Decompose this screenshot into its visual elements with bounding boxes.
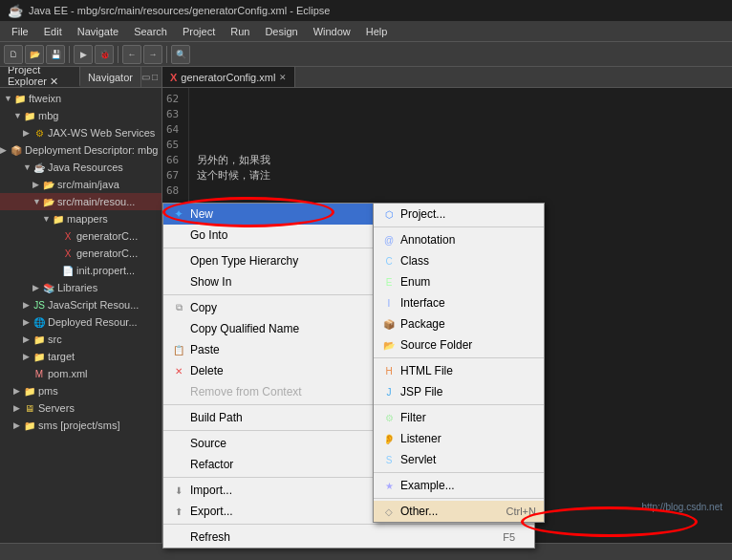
jaxws-icon: ⚙ xyxy=(32,126,46,140)
tree-node-deployment[interactable]: ▶ 📦 Deployment Descriptor: mbg xyxy=(0,141,161,159)
delete-icon: ✕ xyxy=(171,363,186,378)
submenu-item-servlet[interactable]: S Servlet xyxy=(374,449,544,470)
project-icon: ⬡ xyxy=(381,206,397,222)
title-bar: ☕ Java EE - mbg/src/main/resources/gener… xyxy=(0,0,732,21)
menu-window[interactable]: Window xyxy=(306,21,358,41)
menu-design[interactable]: Design xyxy=(257,21,305,41)
tree-node-src[interactable]: ▶ 📁 src xyxy=(0,331,161,348)
submenu-item-example[interactable]: ★ Example... xyxy=(374,475,544,496)
tree-node-generator2[interactable]: X generatorC... xyxy=(0,245,161,262)
deployres-icon: 🌐 xyxy=(32,315,46,329)
menu-help[interactable]: Help xyxy=(358,21,396,41)
deploy-icon: 📦 xyxy=(10,143,23,157)
submenu-item-filter[interactable]: ⚙ Filter xyxy=(374,407,544,428)
panel-tab-bar: Project Explorer ✕ Navigator ▭ □ xyxy=(0,67,161,88)
code-line-63 xyxy=(197,107,724,122)
tree-node-mbg[interactable]: ▼ 📁 mbg xyxy=(0,107,161,124)
tree-node-jsresource[interactable]: ▶ JS JavaScript Resou... xyxy=(0,296,161,313)
tb-debug[interactable]: 🐞 xyxy=(95,45,114,64)
tree-node-servers[interactable]: ▶ 🖥 Servers xyxy=(0,399,161,417)
sm-sep2 xyxy=(374,357,544,358)
paste-icon: 📋 xyxy=(171,342,186,357)
watermark: http://blog.csdn.net xyxy=(641,502,722,512)
tb-fwd[interactable]: → xyxy=(143,45,162,64)
cm-item-refresh[interactable]: Refresh F5 xyxy=(163,527,534,548)
tree-node-target[interactable]: ▶ 📁 target xyxy=(0,348,161,365)
package-icon: 📦 xyxy=(381,316,397,332)
target-icon: 📁 xyxy=(32,350,46,363)
menu-file[interactable]: File xyxy=(4,21,36,41)
copy-icon: ⧉ xyxy=(171,300,186,315)
tab-generator-config[interactable]: X generatorConfig.xml ✕ xyxy=(162,67,295,87)
tree-node-pom[interactable]: M pom.xml xyxy=(0,365,161,382)
tb-back[interactable]: ← xyxy=(122,45,141,64)
enum-icon: E xyxy=(381,274,397,290)
tab-project-explorer[interactable]: Project Explorer ✕ xyxy=(0,67,80,87)
sm-sep4 xyxy=(374,472,544,473)
tree-node-mappers[interactable]: ▼ 📁 mappers xyxy=(0,210,161,227)
submenu-new: ⬡ Project... @ Annotation C Class E Enum… xyxy=(373,203,545,523)
tb-new[interactable]: 🗋 xyxy=(4,45,23,64)
tree-node-pms[interactable]: ▶ 📁 pms xyxy=(0,382,161,399)
tree-node-init[interactable]: 📄 init.propert... xyxy=(0,262,161,279)
export-icon: ⬆ xyxy=(171,504,186,519)
new-icon: ✦ xyxy=(171,206,186,222)
submenu-item-project[interactable]: ⬡ Project... xyxy=(374,204,544,225)
menu-run[interactable]: Run xyxy=(223,21,257,41)
tree-node-deployed[interactable]: ▶ 🌐 Deployed Resour... xyxy=(0,313,161,331)
tree-node-src-resources[interactable]: ▼ 📂 src/main/resou... xyxy=(0,193,161,210)
tree-node-generator1[interactable]: X generatorC... xyxy=(0,227,161,245)
tb-save[interactable]: 💾 xyxy=(46,45,65,64)
submenu-item-listener[interactable]: 👂 Listener xyxy=(374,428,544,449)
submenu-item-htmlfile[interactable]: H HTML File xyxy=(374,360,544,381)
left-panel: Project Explorer ✕ Navigator ▭ □ ▼ 📁 ftw… xyxy=(0,67,162,560)
buildpath-icon xyxy=(171,410,186,425)
tree-node-sms[interactable]: ▶ 📁 sms [project/sms] xyxy=(0,417,161,434)
toolbar: 🗋 📂 💾 ▶ 🐞 ← → 🔍 xyxy=(0,42,732,67)
sm-sep3 xyxy=(374,404,544,405)
tb-run[interactable]: ▶ xyxy=(74,45,93,64)
menu-project[interactable]: Project xyxy=(175,21,223,41)
jsres-icon: JS xyxy=(32,298,46,312)
menu-navigate[interactable]: Navigate xyxy=(70,21,126,41)
tree-node-src-java[interactable]: ▶ 📂 src/main/java xyxy=(0,176,161,193)
html-icon: H xyxy=(381,363,397,378)
tb-open[interactable]: 📂 xyxy=(25,45,44,64)
submenu-item-enum[interactable]: E Enum xyxy=(374,271,544,292)
submenu-item-jspfile[interactable]: J JSP File xyxy=(374,381,544,402)
tab-navigator[interactable]: Navigator xyxy=(80,67,141,87)
app-icon: ☕ xyxy=(8,4,23,18)
folder-icon: 📁 xyxy=(23,109,36,122)
tree-node-java-resources[interactable]: ▼ ☕ Java Resources xyxy=(0,159,161,176)
code-line-65 xyxy=(197,138,724,153)
code-line-68 xyxy=(197,183,724,199)
submenu-item-other[interactable]: ◇ Other... Ctrl+N xyxy=(374,501,544,522)
submenu-item-package[interactable]: 📦 Package xyxy=(374,313,544,334)
filter-icon: ⚙ xyxy=(381,410,397,425)
submenu-item-class[interactable]: C Class xyxy=(374,250,544,271)
tree-node-ftweixn[interactable]: ▼ 📁 ftweixn xyxy=(0,90,161,107)
sm-sep1 xyxy=(374,226,544,227)
xml-icon2: X xyxy=(61,247,75,260)
menu-edit[interactable]: Edit xyxy=(36,21,70,41)
menu-search[interactable]: Search xyxy=(126,21,175,41)
submenu-item-sourcefolder[interactable]: 📂 Source Folder xyxy=(374,334,544,355)
tab-close-btn[interactable]: ✕ xyxy=(279,73,287,82)
submenu-item-annotation[interactable]: @ Annotation xyxy=(374,229,544,250)
jsp-icon: J xyxy=(381,384,397,399)
removectx-icon xyxy=(171,384,186,399)
panel-tab-buttons: ▭ □ xyxy=(141,72,161,82)
java-resources-icon: ☕ xyxy=(32,161,46,174)
source-icon xyxy=(171,436,186,451)
annotation-icon: @ xyxy=(381,232,397,248)
tree-node-libraries[interactable]: ▶ 📚 Libraries xyxy=(0,279,161,296)
tb-search[interactable]: 🔍 xyxy=(171,45,190,64)
interface-icon: I xyxy=(381,295,397,311)
tree-node-jaxws[interactable]: ▶ ⚙ JAX-WS Web Services xyxy=(0,124,161,141)
servers-icon: 🖥 xyxy=(23,401,36,415)
minimize-icon[interactable]: ▭ xyxy=(141,72,150,82)
refresh-icon xyxy=(171,529,186,545)
maximize-icon[interactable]: □ xyxy=(152,72,158,82)
submenu-item-interface[interactable]: I Interface xyxy=(374,292,544,313)
expand-arrow: ▼ xyxy=(13,111,23,120)
